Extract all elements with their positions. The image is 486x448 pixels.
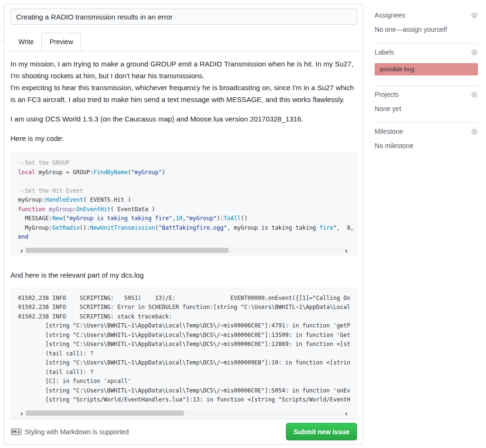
markdown-icon — [11, 429, 21, 435]
editor-tabbar: WritePreview — [4, 32, 363, 51]
issue-body-paragraph: In my mission, I am trying to make a gro… — [10, 58, 358, 105]
code-scroll-thumb[interactable] — [26, 248, 229, 253]
preview-content: In my mission, I am trying to make a gro… — [10, 52, 358, 420]
dcs-log-block: 01502.238 INFO SCRIPTING: 5051( 13)/E: E… — [10, 287, 358, 420]
assignees-value[interactable]: No one—assign yourself — [375, 26, 478, 33]
code-scroll-track[interactable] — [26, 248, 342, 253]
markdown-support-link[interactable]: Styling with Markdown is supported — [11, 428, 128, 436]
sidebar-section-labels: Labels possible bug — [375, 44, 478, 86]
scroll-left-icon[interactable]: ‹ — [18, 410, 26, 417]
gear-icon[interactable] — [471, 12, 478, 19]
scroll-right-icon[interactable]: › — [342, 410, 350, 417]
assignees-title: Assignees — [375, 11, 405, 19]
sidebar-section-assignees: Assignees No one—assign yourself — [375, 7, 478, 44]
labels-title: Labels — [375, 48, 394, 56]
projects-value: None yet — [375, 105, 478, 112]
projects-title: Projects — [375, 91, 399, 98]
tab-preview[interactable]: Preview — [41, 33, 81, 51]
gear-icon[interactable] — [471, 49, 478, 56]
log-horizontal-scrollbar[interactable]: ‹ › — [18, 409, 350, 417]
code-intro-paragraph: Here is my code: — [10, 132, 358, 144]
log-scroll-thumb[interactable] — [26, 411, 184, 416]
tab-write[interactable]: Write — [11, 33, 41, 50]
label-possible-bug[interactable]: possible bug — [375, 63, 478, 75]
lua-code-block: --Set the GROUPlocal myGroup = GROUP:Fin… — [10, 152, 358, 257]
milestone-value: No milestone — [375, 142, 478, 149]
issue-footer: Styling with Markdown is supported Submi… — [4, 419, 363, 444]
issue-sidebar: Assignees No one—assign yourself Labels — [375, 7, 478, 159]
scroll-right-icon[interactable]: › — [342, 247, 350, 254]
scroll-left-icon[interactable]: ‹ — [18, 247, 26, 254]
log-intro-paragraph: And here is the relevant part of my dcs.… — [10, 269, 358, 281]
gear-icon[interactable] — [471, 91, 478, 98]
new-issue-panel: WritePreview In my mission, I am trying … — [4, 4, 363, 445]
markdown-note-text: Styling with Markdown is supported — [25, 428, 128, 436]
lua-code-lines: --Set the GROUPlocal myGroup = GROUP:Fin… — [18, 159, 350, 242]
milestone-title: Milestone — [375, 128, 403, 135]
issue-title-input[interactable] — [10, 9, 357, 25]
sidebar-section-projects: Projects None yet — [375, 86, 478, 123]
log-scroll-track[interactable] — [26, 411, 342, 416]
sidebar-section-milestone: Milestone No milestone — [375, 123, 478, 159]
gear-icon[interactable] — [471, 128, 478, 135]
issue-version-paragraph: I am using DCS World 1.5.3 (on the Cauca… — [10, 113, 358, 125]
dcs-log-lines: 01502.238 INFO SCRIPTING: 5051( 13)/E: E… — [18, 294, 350, 405]
submit-new-issue-button[interactable]: Submit new issue — [286, 423, 357, 440]
code-horizontal-scrollbar[interactable]: ‹ › — [18, 246, 350, 254]
